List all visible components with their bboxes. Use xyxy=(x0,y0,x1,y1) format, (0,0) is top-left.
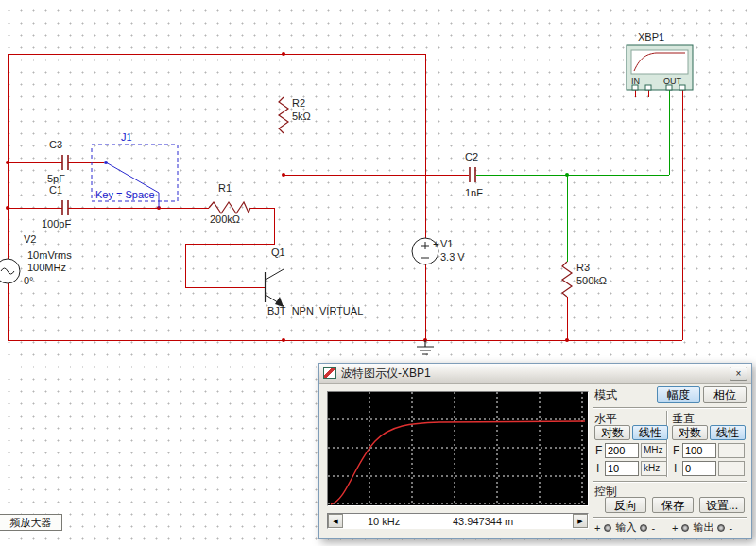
component-r2[interactable]: R2 5kΩ xyxy=(279,97,311,133)
component-r1[interactable]: R1 200kΩ xyxy=(209,182,250,225)
v2-ref-label: V2 xyxy=(24,233,36,245)
v1-polarity-label: + xyxy=(433,238,438,249)
bode-plotter-icon xyxy=(323,367,336,379)
input-terminal-group: + 输入 - xyxy=(594,520,655,535)
v1-value-label: 3.3 V xyxy=(440,251,465,263)
vertical-i-label: I xyxy=(674,462,677,475)
mode-phase-button[interactable]: 相位 xyxy=(703,386,747,403)
output-plus-label: + xyxy=(672,522,678,534)
instrument-xbp1-icon[interactable]: XBP1 IN OUT xyxy=(627,31,693,90)
sheet-tab-label: 频放大器 xyxy=(10,517,52,528)
horizontal-f-unit[interactable]: MHz xyxy=(641,443,667,458)
horizontal-i-unit[interactable]: kHz xyxy=(641,461,667,476)
bode-plotter-window: 波特图示仪-XBP1 × ◀ 10 kHz 43.947344 m ▶ 模式 幅… xyxy=(318,363,752,539)
c3-ref-label: C3 xyxy=(49,139,62,150)
r2-ref-label: R2 xyxy=(292,97,305,109)
j1-ref-label: J1 xyxy=(121,131,132,143)
input-minus-terminal-icon[interactable] xyxy=(640,524,647,532)
sheet-tab[interactable]: 频放大器 xyxy=(0,514,62,531)
magnitude-response-curve xyxy=(331,421,585,504)
settings-button[interactable]: 设置... xyxy=(699,497,745,513)
component-v2-source[interactable]: V2 10mVrms 100MHz 0° xyxy=(0,233,72,286)
v2-value-label-3: 0° xyxy=(24,275,34,286)
readout-bar: ◀ 10 kHz 43.947344 m ▶ xyxy=(327,513,589,529)
readout-magnitude: 43.947344 m xyxy=(453,516,513,527)
vertical-f-label: F xyxy=(673,444,679,457)
c2-value-label: 1nF xyxy=(465,187,483,198)
horizontal-linear-button[interactable]: 线性 xyxy=(632,425,668,440)
input-minus-label: - xyxy=(651,522,655,534)
readout-frequency: 10 kHz xyxy=(368,516,400,527)
component-q1-transistor[interactable]: Q1 BJT_NPN_VIRTUAL xyxy=(266,247,363,316)
q1-model-label: BJT_NPN_VIRTUAL xyxy=(267,305,363,316)
component-v1-source[interactable]: + V1 3.3 V xyxy=(412,238,465,264)
component-c1[interactable]: C1 100pF xyxy=(42,184,71,230)
q1-ref-label: Q1 xyxy=(271,247,285,258)
ground-symbol[interactable] xyxy=(417,340,434,354)
input-plus-terminal-icon[interactable] xyxy=(604,524,611,532)
reverse-button[interactable]: 反向 xyxy=(605,497,646,513)
mode-group-label: 模式 xyxy=(594,387,617,403)
r3-value-label: 500kΩ xyxy=(576,275,607,286)
output-minus-terminal-icon[interactable] xyxy=(717,524,725,532)
separator xyxy=(593,407,747,409)
r1-value-label: 200kΩ xyxy=(210,213,240,225)
vertical-f-unit[interactable] xyxy=(718,443,745,458)
component-r3[interactable]: R3 500kΩ xyxy=(562,262,607,297)
vertical-linear-button[interactable]: 线性 xyxy=(710,425,746,440)
horizontal-f-label: F xyxy=(595,444,602,457)
c3-value-label: 5pF xyxy=(47,173,65,184)
close-icon[interactable]: × xyxy=(730,367,747,381)
c1-ref-label: C1 xyxy=(49,184,62,196)
schematic-canvas[interactable]: C3 5pF C1 100pF J1 Key = Space R1 200kΩ … xyxy=(0,0,756,546)
v1-ref-label: V1 xyxy=(440,238,453,249)
output-minus-label: - xyxy=(729,522,732,534)
output-plus-terminal-icon[interactable] xyxy=(681,524,689,532)
xbp1-ref-label: XBP1 xyxy=(638,31,664,43)
j1-key-label: Key = Space xyxy=(95,189,155,200)
c1-value-label: 100pF xyxy=(42,218,71,230)
save-button[interactable]: 保存 xyxy=(652,497,694,513)
scroll-right-button[interactable]: ▶ xyxy=(573,514,588,528)
v2-value-label-1: 10mVrms xyxy=(27,249,72,261)
input-terminal-label: 输入 xyxy=(615,520,636,535)
plot-grid xyxy=(328,392,588,505)
v2-value-label-2: 100MHz xyxy=(27,262,66,273)
output-terminal-label: 输出 xyxy=(693,520,713,535)
vertical-i-unit[interactable] xyxy=(718,461,745,476)
vertical-i-input[interactable] xyxy=(682,461,716,476)
separator xyxy=(593,481,747,483)
dialog-title: 波特图示仪-XBP1 xyxy=(341,366,431,382)
wire-junctions xyxy=(6,52,569,342)
vertical-f-input[interactable] xyxy=(682,443,716,458)
r1-ref-label: R1 xyxy=(218,182,232,194)
scroll-left-button[interactable]: ◀ xyxy=(328,514,343,528)
vertical-log-button[interactable]: 对数 xyxy=(672,425,708,440)
horizontal-i-input[interactable] xyxy=(605,461,639,476)
r2-value-label: 5kΩ xyxy=(292,111,311,122)
component-j1-switch[interactable]: J1 Key = Space xyxy=(92,131,178,208)
green-wires[interactable] xyxy=(476,90,669,262)
horizontal-log-button[interactable]: 对数 xyxy=(594,425,630,440)
component-c3[interactable]: C3 5pF xyxy=(47,139,68,184)
horizontal-f-input[interactable] xyxy=(605,443,639,458)
r3-ref-label: R3 xyxy=(576,262,590,273)
bode-plot-area xyxy=(327,391,589,506)
mode-magnitude-button[interactable]: 幅度 xyxy=(657,386,700,403)
dialog-titlebar[interactable]: 波特图示仪-XBP1 × xyxy=(319,364,751,384)
separator xyxy=(593,517,747,519)
c2-ref-label: C2 xyxy=(465,151,478,162)
input-plus-label: + xyxy=(594,522,600,534)
output-terminal-group: + 输出 - xyxy=(672,520,732,535)
horizontal-i-label: I xyxy=(596,462,599,475)
